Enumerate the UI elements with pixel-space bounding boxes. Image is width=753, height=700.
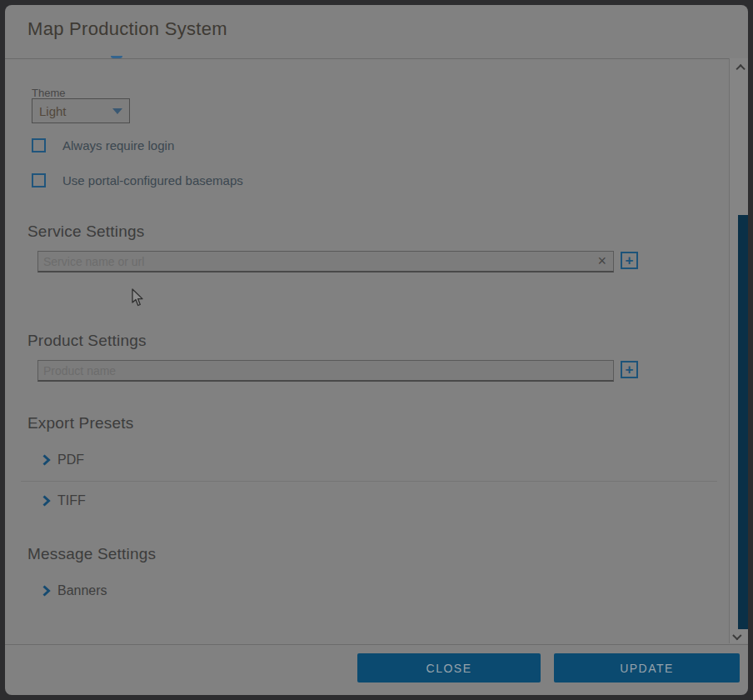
chevron-right-icon [42,454,51,466]
screen: Map Production System Theme Light Always… [0,0,753,700]
theme-selected-value: Light [39,104,112,118]
expander-label: Banners [57,583,107,598]
product-settings-heading: Product Settings [27,332,147,350]
chevron-down-icon [112,108,122,114]
chevron-right-icon [42,495,51,507]
divider [21,481,717,482]
scroll-up-arrow-icon[interactable] [736,65,743,72]
vertical-scrollbar[interactable] [729,58,748,643]
theme-select[interactable]: Light [32,98,130,123]
scroll-down-arrow-icon[interactable] [736,632,743,639]
service-name-input[interactable] [37,251,614,272]
expander-label: PDF [57,452,84,468]
service-input-wrapper: × [37,251,614,272]
theme-label: Theme [32,87,65,99]
expander-label: TIFF [57,493,86,508]
message-settings-heading: Message Settings [27,545,156,563]
clear-icon[interactable]: × [597,252,606,269]
add-product-button[interactable]: + [621,361,638,378]
scrolled-out-element-remnant [111,56,122,58]
scroll-viewport-top-edge [5,58,748,59]
chevron-right-icon [42,585,51,597]
expander-tiff[interactable]: TIFF [42,493,86,508]
update-button[interactable]: UPDATE [554,653,740,682]
scrollbar-thumb[interactable] [738,215,748,629]
add-service-button[interactable]: + [621,252,638,269]
checkbox-always-require-login[interactable] [32,138,46,152]
product-name-input[interactable] [37,360,614,382]
footer-divider [5,644,748,645]
service-settings-heading: Service Settings [27,222,145,241]
expander-banners[interactable]: Banners [42,583,107,598]
dialog-title: Map Production System [27,18,227,40]
mouse-cursor-icon [132,288,145,307]
checkbox-label: Always require login [62,138,174,153]
checkbox-portal-basemaps[interactable] [32,173,46,188]
close-button[interactable]: CLOSE [357,653,541,682]
export-presets-heading: Export Presets [27,414,133,432]
expander-pdf[interactable]: PDF [42,452,84,468]
checkbox-label: Use portal-configured basemaps [62,173,243,188]
product-input-wrapper [37,360,614,382]
map-production-system-dialog: Map Production System Theme Light Always… [5,5,748,695]
